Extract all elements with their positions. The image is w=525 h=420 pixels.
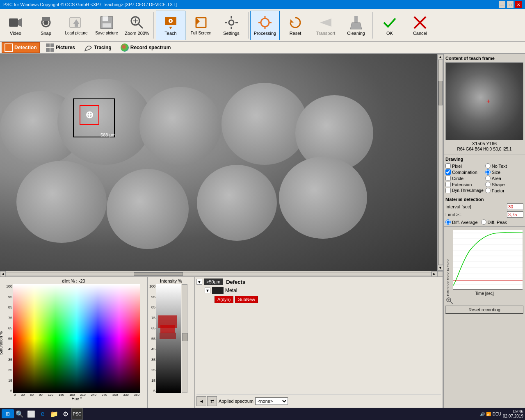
interval-input[interactable] xyxy=(507,203,523,210)
scroll-left-arrow[interactable]: ◄ xyxy=(0,271,6,277)
pixel-checkbox[interactable] xyxy=(445,163,451,169)
teach-button[interactable]: Teach xyxy=(156,11,185,40)
dyn-thres-checkbox[interactable] xyxy=(445,188,451,193)
start-button[interactable]: ⊞ xyxy=(2,409,14,418)
save-button[interactable]: Save picture xyxy=(92,11,121,40)
metal-toggle[interactable]: ▼ xyxy=(205,288,210,293)
maximize-button[interactable]: □ xyxy=(507,1,514,8)
explorer-icon[interactable]: 📁 xyxy=(48,408,60,420)
metal-color xyxy=(212,287,224,294)
pictures-button[interactable]: Pictures xyxy=(43,42,78,53)
detection-icon xyxy=(5,43,13,52)
settings-taskbar-icon[interactable]: ⚙ xyxy=(60,408,71,420)
diff-avg-radio[interactable] xyxy=(445,219,451,225)
transport-button: Transport xyxy=(311,11,340,40)
fullscreen-button[interactable]: Full Screen xyxy=(186,11,216,40)
material-detection-section: Material detection Interval [sec] Limit … xyxy=(444,195,525,226)
circle-checkbox[interactable] xyxy=(445,176,451,181)
combination-label: Combination xyxy=(452,170,477,175)
cell-3 xyxy=(139,87,221,165)
minimize-button[interactable]: — xyxy=(499,1,505,8)
tracing-button[interactable]: Tracing xyxy=(81,42,114,53)
edge-icon[interactable]: e xyxy=(37,408,48,420)
cancel-button[interactable]: Cancel xyxy=(405,11,435,40)
main-content: ⊕ 588 µm ▲ ▼ ◄ ► xyxy=(0,54,525,408)
record-spectrum-label: Record spectrum xyxy=(130,45,171,50)
secondary-toolbar: Detection Pictures Tracing Record spectr… xyxy=(0,42,525,54)
combination-checkbox-row: Combination xyxy=(445,169,484,175)
vertical-scrollbar[interactable]: ▲ ▼ xyxy=(437,54,443,271)
cleaning-button[interactable]: Cleaning xyxy=(341,11,371,40)
size-radio[interactable] xyxy=(485,169,491,175)
detection-button[interactable]: Detection xyxy=(2,42,40,53)
drawing-section: Drawing Pixel Combination Circle xyxy=(444,155,525,195)
drawing-checkboxes: Pixel Combination Circle Extension xyxy=(445,163,484,193)
reset-recording-button[interactable]: Reset recording xyxy=(445,306,523,314)
intensity-slider[interactable] xyxy=(182,284,187,393)
scroll-v-thumb[interactable] xyxy=(438,81,443,105)
limit-input[interactable] xyxy=(507,211,523,218)
adyn-button[interactable]: A(dyn) xyxy=(215,296,233,303)
diff-peak-radio[interactable] xyxy=(481,219,486,225)
intensity-slider-thumb[interactable] xyxy=(182,333,188,341)
scroll-corner xyxy=(437,271,443,277)
filter-toggle[interactable]: ▼ xyxy=(196,279,202,285)
record-spectrum-button[interactable]: Record spectrum xyxy=(118,42,174,53)
shape-label: Shape xyxy=(492,182,505,187)
cell-9 xyxy=(279,157,367,239)
svg-rect-9 xyxy=(103,16,108,21)
search-taskbar-icon[interactable]: 🔍 xyxy=(14,408,25,420)
nav-swap-button[interactable]: ⇄ xyxy=(207,396,217,406)
window-title: PSC for Windows Copyright © OCS GmbH <XP… xyxy=(3,2,177,7)
area-radio[interactable] xyxy=(485,176,491,181)
no-text-label: No Text xyxy=(492,164,507,169)
pictures-icon xyxy=(46,43,54,52)
scroll-up-arrow[interactable]: ▲ xyxy=(438,54,443,60)
scroll-h-track[interactable] xyxy=(6,272,431,276)
psc-taskbar-icon[interactable]: PSC xyxy=(71,408,83,420)
scroll-right-arrow[interactable]: ► xyxy=(431,271,437,277)
close-button[interactable]: ✕ xyxy=(515,1,522,8)
combination-checkbox[interactable] xyxy=(445,169,451,175)
teach-preview-bg: + xyxy=(446,63,523,140)
factor-radio[interactable] xyxy=(485,188,491,193)
snap-button[interactable]: Snap xyxy=(31,11,61,40)
toolbar-sep-3 xyxy=(372,12,373,39)
settings-button[interactable]: Settings xyxy=(217,11,246,40)
ok-button[interactable]: OK xyxy=(375,11,404,40)
hue-axis-label: Hue ° xyxy=(13,397,140,401)
defects-panel: ▼ >50µm Defects ▼ Metal A(dyn) SubNew xyxy=(195,277,443,408)
zoom-button[interactable]: Zoom 200% xyxy=(122,11,152,40)
spectrum-select[interactable]: <none> xyxy=(255,397,288,405)
svg-marker-1 xyxy=(18,18,22,27)
scroll-down-arrow[interactable]: ▼ xyxy=(438,265,443,271)
cancel-label: Cancel xyxy=(413,31,427,36)
metal-row: ▼ Metal xyxy=(196,287,441,294)
subnew-button[interactable]: SubNew xyxy=(235,296,258,303)
extension-checkbox[interactable] xyxy=(445,182,451,187)
area-label: Area xyxy=(492,176,501,181)
processing-button[interactable]: Processing xyxy=(250,11,280,40)
svg-rect-0 xyxy=(9,18,18,27)
chart-controls xyxy=(445,297,523,305)
load-button[interactable]: Load picture xyxy=(62,11,91,40)
horizontal-scrollbar[interactable]: ◄ ► xyxy=(0,271,443,276)
reset-button[interactable]: Reset xyxy=(281,11,310,40)
nav-left-button[interactable]: ◄ xyxy=(196,396,206,406)
hue-saturation-panel: dInt % : -20 Saturation % 10095857565 55… xyxy=(0,277,148,408)
diff-avg-radio-row: Diff. Average xyxy=(445,219,478,225)
size-label: Size xyxy=(492,170,500,175)
system-clock: 09:46 02.07.2019 xyxy=(503,409,523,418)
scroll-h-thumb[interactable] xyxy=(134,272,183,276)
chart-wrapper: Difference frame to frame 20 18 xyxy=(453,230,523,296)
zoom-chart-icon[interactable] xyxy=(445,297,454,305)
shape-radio[interactable] xyxy=(485,182,491,187)
circle-label: Circle xyxy=(452,176,463,181)
reset-icon xyxy=(288,15,303,30)
task-view-icon[interactable]: ⬜ xyxy=(25,408,37,420)
video-button[interactable]: Video xyxy=(1,11,30,40)
no-text-radio[interactable] xyxy=(485,163,491,169)
extension-checkbox-row: Extension xyxy=(445,182,484,187)
intensity-title: Intensity % xyxy=(149,278,193,283)
scroll-v-track[interactable] xyxy=(438,60,443,265)
